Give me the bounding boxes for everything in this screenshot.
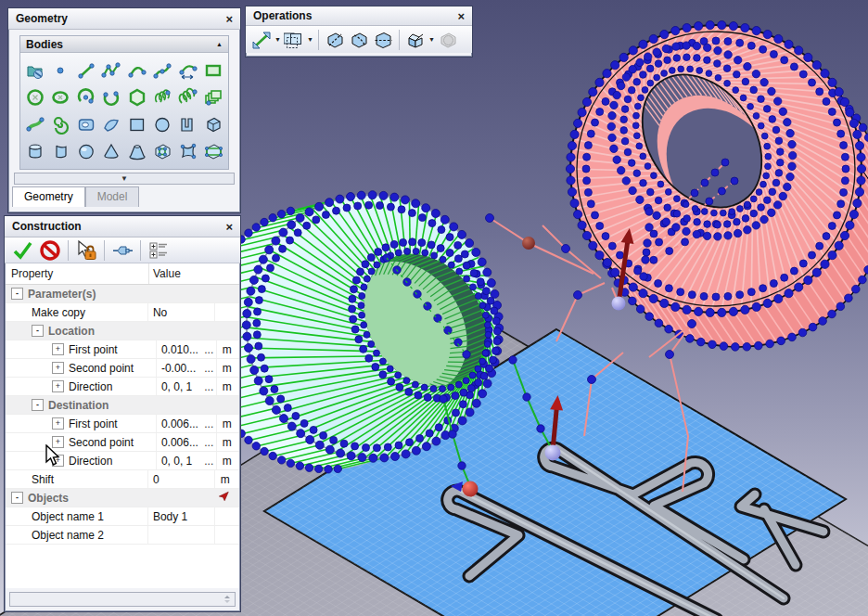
- property-value[interactable]: 0.006...: [156, 433, 202, 451]
- expand-box[interactable]: +: [52, 455, 64, 467]
- vertex-sphere-dark-red[interactable]: [522, 237, 535, 250]
- property-value[interactable]: Body 1: [147, 507, 198, 525]
- collapse-icon[interactable]: ▲: [216, 41, 223, 47]
- property-value[interactable]: -0.00...: [156, 359, 202, 377]
- body-icon-circle[interactable]: [22, 84, 47, 109]
- collapse-box[interactable]: -: [32, 399, 44, 411]
- value-browse-button[interactable]: ...: [202, 362, 216, 375]
- expand-box[interactable]: +: [52, 343, 64, 355]
- tree-view-button[interactable]: [145, 239, 172, 262]
- property-group-row[interactable]: -Location: [6, 322, 239, 340]
- body-icon-polygon[interactable]: [124, 84, 149, 109]
- property-value[interactable]: 0, 0, 1: [156, 452, 202, 469]
- property-group-row[interactable]: -Parameter(s): [6, 285, 239, 303]
- operation-cut-button[interactable]: [323, 29, 347, 51]
- body-icon-box[interactable]: [201, 111, 226, 136]
- body-icon-deformed-solid[interactable]: [175, 138, 200, 163]
- vertex-sphere-violet-2[interactable]: [612, 297, 626, 311]
- property-row[interactable]: +First point0.006......m: [6, 415, 239, 433]
- expand-box[interactable]: +: [52, 436, 64, 448]
- vertex-sphere-red[interactable]: [463, 481, 479, 497]
- body-icon-arc-points[interactable]: [99, 84, 124, 109]
- body-icon-curve[interactable]: [150, 58, 175, 83]
- expand-box[interactable]: +: [52, 362, 64, 374]
- body-icon-arc-center[interactable]: [73, 84, 98, 109]
- close-icon[interactable]: ×: [225, 13, 233, 25]
- scroll-arrows-icon[interactable]: [222, 595, 233, 604]
- body-icon-box-frame[interactable]: [201, 138, 226, 163]
- body-icon-ellipse[interactable]: [48, 84, 73, 109]
- expand-box[interactable]: +: [52, 417, 64, 430]
- expand-box[interactable]: +: [52, 380, 64, 392]
- body-icon-import-body[interactable]: [22, 58, 47, 83]
- operation-translate-button[interactable]: [249, 29, 274, 51]
- scroll-down-icon[interactable]: ▼: [121, 174, 128, 183]
- close-icon[interactable]: ×: [225, 221, 233, 233]
- body-icon-surface-patch[interactable]: [99, 111, 124, 136]
- body-icon-line[interactable]: [73, 58, 98, 83]
- body-icon-polyline[interactable]: [99, 58, 124, 83]
- property-value[interactable]: 0.010...: [156, 340, 202, 358]
- value-browse-button[interactable]: ...: [202, 380, 216, 393]
- tab-geometry[interactable]: Geometry: [12, 186, 85, 207]
- construction-scroll-strip[interactable]: [9, 592, 236, 607]
- pin-button[interactable]: [108, 239, 136, 262]
- bodies-section-header[interactable]: Bodies ▲: [20, 36, 228, 53]
- body-icon-half-cylinder[interactable]: [48, 138, 73, 163]
- operation-boolean-disabled-button[interactable]: [436, 29, 460, 51]
- body-icon-cone[interactable]: [99, 138, 124, 163]
- body-icon-spiral[interactable]: [48, 111, 73, 136]
- body-icon-disk[interactable]: [150, 111, 175, 136]
- cancel-button[interactable]: [36, 239, 64, 262]
- property-value[interactable]: 0.006...: [156, 415, 202, 432]
- dropdown-caret-icon[interactable]: ▼: [428, 29, 436, 51]
- property-value[interactable]: [147, 526, 198, 544]
- lock-selection-button[interactable]: [72, 239, 100, 262]
- operations-panel-titlebar[interactable]: Operations ×: [246, 6, 472, 26]
- value-browse-button[interactable]: ...: [202, 455, 216, 468]
- property-row[interactable]: +Second point0.006......m: [6, 433, 239, 452]
- property-row[interactable]: +Second point-0.00......m: [6, 359, 239, 378]
- body-icon-measure-line[interactable]: [175, 58, 200, 83]
- body-icon-sphere[interactable]: [73, 138, 98, 163]
- body-icon-rectangle[interactable]: [201, 58, 226, 83]
- geometry-panel-titlebar[interactable]: Geometry ×: [8, 8, 240, 30]
- dropdown-caret-icon[interactable]: ▼: [274, 29, 282, 51]
- body-icon-box-wireframe[interactable]: [150, 138, 175, 163]
- value-browse-button[interactable]: ...: [202, 436, 216, 449]
- close-icon[interactable]: ×: [457, 10, 465, 22]
- operation-slice-button[interactable]: [371, 29, 395, 51]
- property-row[interactable]: Object name 1Body 1: [6, 507, 239, 526]
- operation-fillet-button[interactable]: [347, 29, 371, 51]
- body-icon-point[interactable]: [48, 58, 73, 83]
- value-browse-button[interactable]: ...: [202, 417, 216, 430]
- property-group-row[interactable]: -Objects: [6, 489, 239, 507]
- operation-shell-button[interactable]: [403, 29, 428, 51]
- property-row[interactable]: Shift0m: [6, 470, 239, 489]
- value-browse-button[interactable]: ...: [202, 343, 216, 356]
- property-value[interactable]: 0, 0, 1: [156, 378, 202, 395]
- body-icon-plane-square[interactable]: [124, 111, 149, 136]
- body-icon-helix[interactable]: [150, 84, 175, 109]
- property-value[interactable]: No: [147, 303, 198, 321]
- property-group-row[interactable]: -Destination: [6, 396, 239, 415]
- dropdown-caret-icon[interactable]: ▼: [306, 29, 314, 51]
- property-row[interactable]: +Direction0, 0, 1...m: [6, 452, 239, 470]
- vertex-sphere-violet[interactable]: [545, 445, 561, 461]
- body-icon-arc[interactable]: [124, 58, 149, 83]
- body-icon-truncated-cone[interactable]: [124, 138, 149, 163]
- property-row[interactable]: Object name 2: [6, 526, 239, 545]
- apply-check-button[interactable]: [8, 239, 36, 262]
- collapse-box[interactable]: -: [11, 492, 23, 504]
- property-value[interactable]: 0: [147, 470, 198, 488]
- property-row[interactable]: +Direction0, 0, 1...m: [6, 378, 239, 396]
- collapse-box[interactable]: -: [11, 288, 23, 300]
- body-icon-wire[interactable]: [22, 111, 47, 136]
- pick-arrow-icon[interactable]: [215, 490, 232, 506]
- body-icon-extrusion-u[interactable]: [175, 111, 200, 136]
- property-row[interactable]: +First point0.010......m: [6, 340, 239, 359]
- property-row[interactable]: Make copyNo: [6, 303, 239, 322]
- tab-model[interactable]: Model: [85, 186, 140, 207]
- bodies-scroll-strip[interactable]: ▼: [14, 173, 235, 185]
- construction-panel-titlebar[interactable]: Construction ×: [5, 216, 240, 237]
